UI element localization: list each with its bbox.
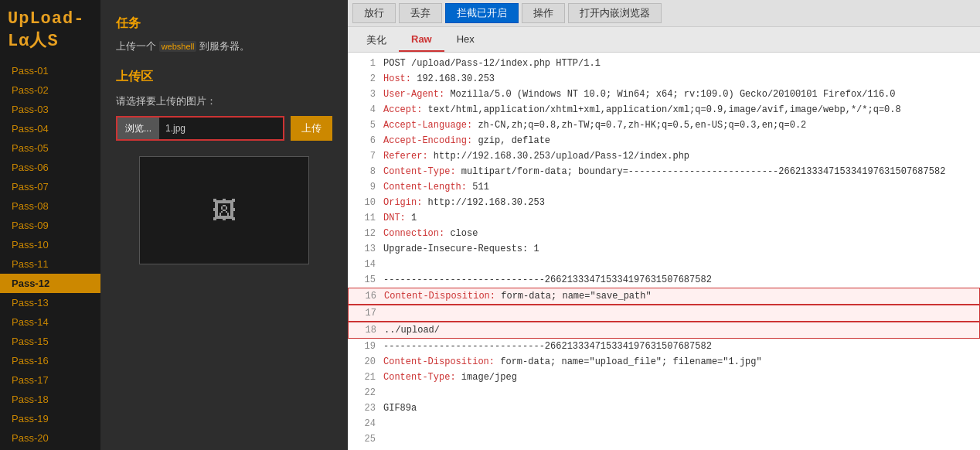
line-text-16: Content-Disposition: form-data; name="sa… bbox=[384, 289, 652, 303]
line-text-9: Content-Length: 511 bbox=[383, 180, 489, 194]
file-select-label: 请选择要上传的图片： bbox=[116, 94, 332, 108]
line-text-3: User-Agent: Mozilla/5.0 (Windows NT 10.0… bbox=[383, 87, 896, 101]
request-line-6: 6Accept-Encoding: gzip, deflate bbox=[348, 133, 980, 148]
line-num-24: 24 bbox=[354, 417, 376, 431]
request-line-15: 15-----------------------------266213334… bbox=[348, 272, 980, 288]
toolbar-btn-放行[interactable]: 放行 bbox=[352, 3, 396, 23]
sidebar-item-pass-16[interactable]: Pass-16 bbox=[0, 351, 100, 370]
line-num-12: 12 bbox=[354, 227, 376, 240]
sidebar-item-pass-13[interactable]: Pass-13 bbox=[0, 293, 100, 312]
sidebar-item-pass-02[interactable]: Pass-02 bbox=[0, 80, 100, 100]
toolbar-btn-打开内嵌浏览器[interactable]: 打开内嵌浏览器 bbox=[568, 3, 662, 23]
line-num-20: 20 bbox=[354, 355, 376, 369]
sidebar-item-pass-15[interactable]: Pass-15 bbox=[0, 332, 100, 351]
line-num-8: 8 bbox=[354, 165, 376, 179]
request-line-4: 4Accept: text/html,application/xhtml+xml… bbox=[348, 102, 980, 118]
line-num-18: 18 bbox=[355, 323, 376, 337]
sidebar-item-pass-07[interactable]: Pass-07 bbox=[0, 177, 100, 196]
request-line-26: 26 bbox=[348, 447, 980, 450]
sidebar-item-pass-05[interactable]: Pass-05 bbox=[0, 138, 100, 158]
sidebar: UpLoad-Lα人S Pass-01Pass-02Pass-03Pass-04… bbox=[0, 0, 100, 450]
browse-button[interactable]: 浏览... bbox=[117, 118, 159, 139]
line-text-10: Origin: http://192.168.30.253 bbox=[383, 196, 545, 210]
request-line-2: 2Host: 192.168.30.253 bbox=[348, 71, 980, 87]
tab-bar: 美化RawHex bbox=[348, 27, 980, 53]
request-line-21: 21Content-Type: image/jpeg bbox=[348, 370, 980, 385]
request-line-22: 22 bbox=[348, 385, 980, 401]
line-text-5: Accept-Language: zh-CN,zh;q=0.8,zh-TW;q=… bbox=[383, 118, 806, 132]
request-line-25: 25 bbox=[348, 431, 980, 447]
sidebar-item-pass-09[interactable]: Pass-09 bbox=[0, 216, 100, 235]
request-line-13: 13Upgrade-Insecure-Requests: 1 bbox=[348, 241, 980, 257]
toolbar-btn-丢弃[interactable]: 丢弃 bbox=[399, 3, 442, 23]
request-line-10: 10Origin: http://192.168.30.253 bbox=[348, 195, 980, 210]
line-text-19: -----------------------------26621333471… bbox=[383, 339, 712, 353]
sidebar-nav: Pass-01Pass-02Pass-03Pass-04Pass-05Pass-… bbox=[0, 61, 100, 450]
line-num-22: 22 bbox=[354, 386, 376, 400]
line-num-13: 13 bbox=[354, 242, 376, 256]
sidebar-item-pass-12[interactable]: Pass-12 bbox=[0, 274, 100, 293]
sidebar-item-pass-01[interactable]: Pass-01 bbox=[0, 61, 100, 80]
line-num-7: 7 bbox=[354, 149, 376, 163]
line-text-20: Content-Disposition: form-data; name="up… bbox=[383, 355, 762, 369]
upload-icon-area: 🖼 bbox=[116, 156, 332, 264]
sidebar-item-pass-11[interactable]: Pass-11 bbox=[0, 254, 100, 274]
sidebar-item-pass-04[interactable]: Pass-04 bbox=[0, 119, 100, 138]
upload-result-box: 🖼 bbox=[139, 156, 309, 264]
line-num-2: 2 bbox=[354, 72, 376, 86]
request-line-14: 14 bbox=[348, 257, 980, 272]
request-line-16: 16Content-Disposition: form-data; name="… bbox=[348, 288, 980, 305]
request-line-18: 18../upload/ bbox=[348, 322, 980, 339]
toolbar-btn-操作[interactable]: 操作 bbox=[522, 3, 565, 23]
line-num-16: 16 bbox=[355, 289, 376, 303]
line-num-10: 10 bbox=[354, 196, 376, 210]
task-webshell: webshell bbox=[159, 41, 197, 52]
line-text-11: DNT: 1 bbox=[383, 211, 417, 225]
tab-美化[interactable]: 美化 bbox=[354, 30, 399, 52]
line-num-1: 1 bbox=[354, 56, 376, 70]
request-line-19: 19-----------------------------266213334… bbox=[348, 339, 980, 354]
request-line-8: 8Content-Type: multipart/form-data; boun… bbox=[348, 164, 980, 179]
line-num-21: 21 bbox=[354, 370, 376, 384]
sidebar-item-pass-08[interactable]: Pass-08 bbox=[0, 196, 100, 216]
line-text-18: ../upload/ bbox=[384, 323, 440, 337]
line-num-17: 17 bbox=[355, 306, 376, 320]
file-browse-box: 浏览... 1.jpg bbox=[116, 116, 284, 141]
upload-label: 上传区 bbox=[116, 69, 332, 85]
toolbar: 放行丢弃拦截已开启操作打开内嵌浏览器 bbox=[348, 0, 980, 27]
sidebar-item-pass-19[interactable]: Pass-19 bbox=[0, 409, 100, 428]
line-num-19: 19 bbox=[354, 339, 376, 353]
sidebar-logo: UpLoad-Lα人S bbox=[0, 0, 100, 61]
request-line-23: 23GIF89a bbox=[348, 401, 980, 416]
upload-result-icon: 🖼 bbox=[212, 196, 236, 225]
request-content[interactable]: 1POST /upload/Pass-12/index.php HTTP/1.1… bbox=[348, 53, 980, 450]
request-line-24: 24 bbox=[348, 416, 980, 431]
sidebar-item-pass-14[interactable]: Pass-14 bbox=[0, 312, 100, 332]
toolbar-btn-拦截已开启[interactable]: 拦截已开启 bbox=[445, 3, 519, 23]
line-num-23: 23 bbox=[354, 401, 376, 415]
sidebar-item-pass-18[interactable]: Pass-18 bbox=[0, 390, 100, 409]
sidebar-item-pass-06[interactable]: Pass-06 bbox=[0, 158, 100, 177]
line-text-1: POST /upload/Pass-12/index.php HTTP/1.1 bbox=[383, 56, 601, 70]
line-text-21: Content-Type: image/jpeg bbox=[383, 370, 517, 384]
sidebar-item-pass-17[interactable]: Pass-17 bbox=[0, 370, 100, 390]
line-num-25: 25 bbox=[354, 432, 376, 446]
task-desc-suffix: 到服务器。 bbox=[199, 40, 250, 52]
sidebar-item-pass-03[interactable]: Pass-03 bbox=[0, 100, 100, 119]
tab-raw[interactable]: Raw bbox=[399, 30, 444, 52]
file-name-display: 1.jpg bbox=[159, 123, 283, 134]
request-line-17: 17 bbox=[348, 305, 980, 322]
line-num-9: 9 bbox=[354, 180, 376, 194]
line-num-5: 5 bbox=[354, 118, 376, 132]
upload-button[interactable]: 上传 bbox=[291, 116, 332, 141]
request-line-20: 20Content-Disposition: form-data; name="… bbox=[348, 354, 980, 370]
line-text-4: Accept: text/html,application/xhtml+xml,… bbox=[383, 103, 901, 117]
line-num-11: 11 bbox=[354, 211, 376, 225]
tab-hex[interactable]: Hex bbox=[444, 30, 487, 52]
sidebar-item-pass-10[interactable]: Pass-10 bbox=[0, 235, 100, 254]
request-line-12: 12Connection: close bbox=[348, 226, 980, 241]
line-text-7: Referer: http://192.168.30.253/upload/Pa… bbox=[383, 149, 689, 163]
file-input-row: 浏览... 1.jpg 上传 bbox=[116, 116, 332, 141]
request-panel: 放行丢弃拦截已开启操作打开内嵌浏览器 美化RawHex 1POST /uploa… bbox=[348, 0, 980, 450]
sidebar-item-pass-20[interactable]: Pass-20 bbox=[0, 428, 100, 448]
